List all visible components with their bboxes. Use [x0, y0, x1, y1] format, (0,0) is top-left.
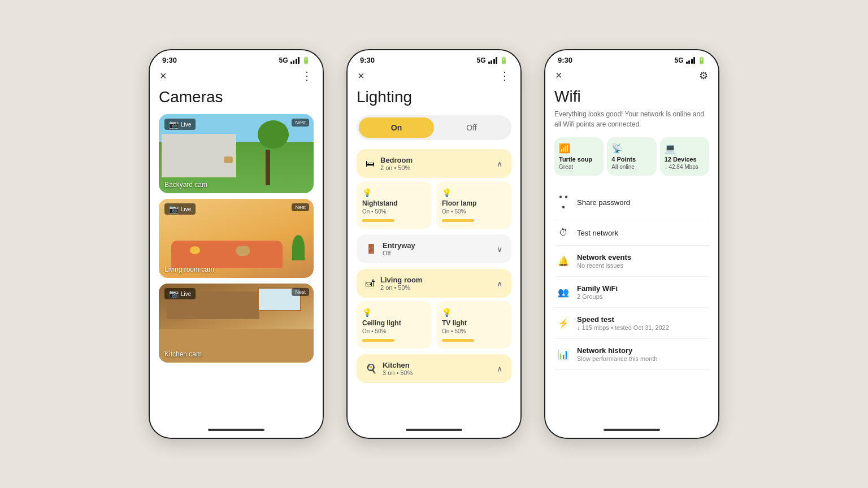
tv-name: TV light: [442, 319, 506, 327]
live-text-living: Live: [181, 206, 191, 212]
status-icons-cameras: 5G 🔋: [279, 56, 310, 64]
speed-sub: ↓ 115 mbps • tested Oct 31, 2022: [577, 324, 669, 331]
entryway-name: Entryway: [383, 241, 415, 250]
bedroom-status: 2 on • 50%: [380, 164, 413, 171]
wifi-card-devices[interactable]: 💻 12 Devices ↓ 42.84 Mbps: [660, 137, 709, 176]
history-group: Network history Slow performance this mo…: [577, 346, 657, 362]
nightstand-bar: [362, 219, 394, 222]
wifi-description: Everything looks good! Your network is o…: [554, 109, 709, 129]
lighting-title: Lighting: [357, 88, 511, 106]
wifi-card-network[interactable]: 📶 Turtle soup Great: [554, 137, 604, 176]
family-title: Family WiFi: [577, 284, 618, 293]
topbar-wifi: × ⚙: [545, 67, 718, 85]
phones-container: 9:30 5G 🔋 × ⋮ Cameras: [149, 49, 719, 439]
light-card-nightstand[interactable]: 💡 Nightstand On • 50%: [357, 181, 432, 229]
events-title: Network events: [577, 253, 631, 262]
speedometer-icon: ⏱: [557, 228, 570, 238]
bottom-bar-cameras: [150, 425, 323, 438]
bedroom-chevron: ∧: [497, 159, 502, 168]
room-header-bedroom[interactable]: 🛏 Bedroom 2 on • 50% ∧: [357, 149, 511, 178]
light-card-tv[interactable]: 💡 TV light On • 50%: [436, 301, 511, 348]
room-group-bedroom: 🛏 Bedroom 2 on • 50% ∧ 💡 Nightstand: [357, 149, 511, 229]
speed-icon: ⚡: [557, 318, 570, 329]
home-indicator-lighting: [406, 429, 462, 431]
bedroom-lights-row: 💡 Nightstand On • 50% 💡 Floor lamp On • …: [357, 181, 511, 229]
menu-item-test[interactable]: ⏱ Test network: [554, 220, 709, 246]
kitchen-chevron: ∧: [497, 364, 502, 373]
battery-lighting: 🔋: [500, 56, 508, 64]
bottom-bar-lighting: [348, 425, 520, 438]
time-lighting: 9:30: [360, 56, 375, 64]
phone-wifi: 9:30 5G 🔋 × ⚙ Wifi: [544, 49, 719, 439]
menu-item-events[interactable]: 🔔 Network events No recent issues: [554, 246, 709, 277]
close-icon-wifi[interactable]: ×: [555, 69, 562, 82]
more-icon-lighting[interactable]: ⋮: [499, 69, 510, 82]
cam-label-living: Living room cam: [164, 265, 214, 273]
events-group: Network events No recent issues: [577, 253, 631, 269]
time-wifi: 9:30: [558, 56, 572, 64]
status-icons-wifi: 5G 🔋: [674, 56, 706, 64]
tv-bar: [442, 339, 474, 342]
battery-wifi: 🔋: [697, 56, 706, 64]
room-header-left-bedroom: 🛏 Bedroom 2 on • 50%: [366, 156, 413, 171]
house-shape: [162, 134, 236, 177]
share-text: Share password: [577, 198, 630, 207]
close-icon-cameras[interactable]: ×: [160, 69, 167, 82]
family-group: Family WiFi 2 Groups: [577, 284, 618, 300]
living-chevron: ∧: [497, 279, 502, 288]
room-header-entryway[interactable]: 🚪 Entryway Off ∨: [357, 234, 511, 263]
live-badge-living: 📷 Live: [164, 203, 196, 215]
wifi-title: Wifi: [554, 88, 709, 106]
bottom-bar-wifi: [545, 425, 718, 438]
nest-badge-living: Nest: [292, 203, 309, 211]
room-header-kitchen-light[interactable]: 🍳 Kitchen 3 on • 50% ∧: [357, 354, 511, 383]
signal-lighting: [488, 57, 498, 64]
camera-card-kitchen[interactable]: 📷 Live Nest Kitchen cam: [159, 284, 314, 363]
nest-badge-backyard: Nest: [292, 119, 309, 127]
on-off-toggle[interactable]: On Off: [357, 115, 511, 140]
light-card-floorlamp[interactable]: 💡 Floor lamp On • 50%: [436, 181, 511, 229]
wifi-cards-row: 📶 Turtle soup Great 📡 4 Points All onlin…: [554, 137, 709, 176]
close-icon-lighting[interactable]: ×: [358, 69, 364, 82]
tree-top: [258, 120, 289, 149]
phone-lighting: 9:30 5G 🔋 × ⋮ Lightin: [346, 49, 522, 439]
menu-item-speed[interactable]: ⚡ Speed test ↓ 115 mbps • tested Oct 31,…: [554, 308, 709, 339]
menu-item-history[interactable]: 📊 Network history Slow performance this …: [554, 339, 709, 370]
wifi-card-points[interactable]: 📡 4 Points All online: [607, 137, 656, 176]
history-icon: 📊: [557, 349, 570, 360]
room-group-entryway: 🚪 Entryway Off ∨: [357, 234, 511, 263]
plant-shape: [292, 235, 305, 260]
cushion1: [190, 246, 200, 254]
test-text: Test network: [577, 229, 618, 237]
room-group-kitchen-light: 🍳 Kitchen 3 on • 50% ∧: [357, 354, 511, 383]
menu-item-share[interactable]: • • • Share password: [554, 185, 709, 220]
camera-card-living[interactable]: 📷 Live Nest Living room cam: [159, 199, 314, 278]
points-sub: All online: [611, 164, 652, 170]
battery-cameras: 🔋: [302, 56, 310, 64]
router-icon: 📡: [611, 143, 652, 154]
status-bar-cameras: 9:30 5G 🔋: [150, 50, 323, 67]
light-card-ceiling[interactable]: 💡 Ceiling light On • 50%: [357, 301, 432, 348]
topbar-lighting: × ⋮: [348, 67, 520, 86]
network-wifi: 5G: [674, 56, 683, 64]
room-group-living: 🛋 Living room 2 on • 50% ∧ 💡 Ceiling lig…: [357, 269, 511, 348]
live-badge-backyard: 📷 Live: [164, 119, 196, 130]
camera-card-backyard[interactable]: 📷 Live Nest Backyard cam: [159, 114, 314, 193]
room-header-left-living: 🛋 Living room 2 on • 50%: [366, 276, 422, 291]
cam-label-kitchen: Kitchen cam: [164, 350, 202, 358]
network-sub: Great: [559, 164, 599, 170]
devices-icon: 💻: [665, 143, 705, 154]
network-name: Turtle soup: [559, 156, 599, 163]
status-icons-lighting: 5G 🔋: [476, 56, 508, 64]
more-icon-cameras[interactable]: ⋮: [301, 69, 313, 82]
network-lighting: 5G: [476, 56, 485, 64]
toggle-off[interactable]: Off: [434, 117, 509, 138]
lighting-content: Lighting On Off 🛏 Bedroom 2 on • 50%: [348, 86, 520, 425]
room-header-living[interactable]: 🛋 Living room 2 on • 50% ∧: [357, 269, 511, 298]
time-cameras: 9:30: [162, 56, 177, 64]
family-icon: 👥: [557, 287, 570, 298]
toggle-on[interactable]: On: [359, 117, 434, 138]
settings-icon-wifi[interactable]: ⚙: [699, 69, 708, 82]
kitchen-light-name: Kitchen: [383, 361, 413, 369]
menu-item-family[interactable]: 👥 Family WiFi 2 Groups: [554, 277, 709, 308]
